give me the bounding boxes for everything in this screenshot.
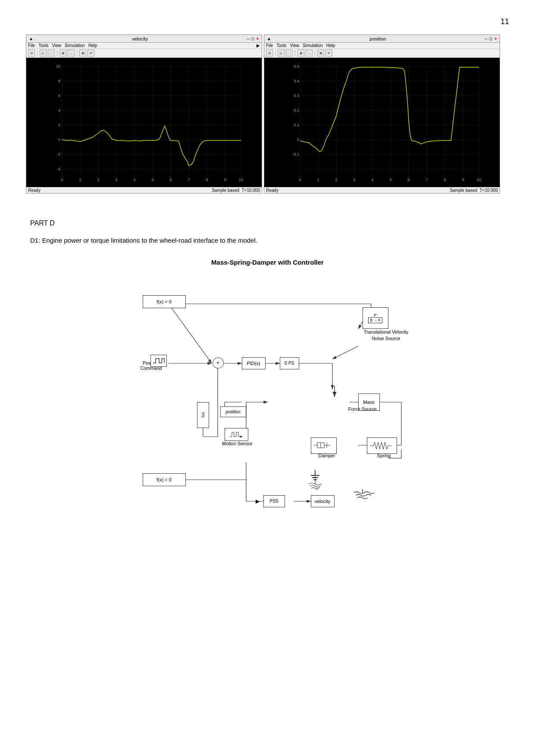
svg-text:7: 7 xyxy=(188,178,190,182)
position-menubar: File Tools View Simulation Help xyxy=(264,43,500,49)
fx0-top-block: f(x) = 0 xyxy=(143,295,186,308)
ground-icon xyxy=(307,469,324,486)
svg-text:-0.1: -0.1 xyxy=(292,152,299,156)
vel-tb-pen[interactable]: ✏ xyxy=(88,50,94,56)
vel-menu-view[interactable]: View xyxy=(52,43,61,48)
svg-text:6: 6 xyxy=(58,94,60,98)
pos-tb-pen[interactable]: ✏ xyxy=(325,50,332,56)
pos-tb-minus[interactable]: – xyxy=(306,50,313,56)
svg-text:2: 2 xyxy=(97,178,99,182)
svg-text:9: 9 xyxy=(224,178,226,182)
spring-icon xyxy=(369,440,395,452)
vel-tb-sep3 xyxy=(77,50,77,56)
svg-text:0.5: 0.5 xyxy=(294,64,299,69)
bottom-ground-icon xyxy=(350,488,375,499)
svg-text:4: 4 xyxy=(58,108,60,112)
svg-text:0.2: 0.2 xyxy=(294,108,299,112)
main-content: PART D D1: Engine power or torque limita… xyxy=(26,219,509,523)
svg-text:2: 2 xyxy=(335,178,337,182)
svg-text:8: 8 xyxy=(444,178,446,182)
position-toolbar: ⊙ ▷ ⬜ ⊕ – ⊞ ✏ xyxy=(264,49,500,58)
position-chart: 0.5 0.4 0.3 0.2 0.1 0 -0.1 0 1 2 3 4 5 6 xyxy=(264,58,500,187)
svg-text:10: 10 xyxy=(56,64,60,69)
spring-block xyxy=(367,437,397,454)
diagram-title: Mass-Spring-Damper with Controller xyxy=(211,259,324,266)
svg-text:0.4: 0.4 xyxy=(294,79,299,83)
svg-text:0: 0 xyxy=(297,137,299,142)
svg-line-84 xyxy=(332,346,358,359)
ps-block: PS xyxy=(197,402,209,428)
svg-text:5: 5 xyxy=(389,178,391,182)
vel-menu-help[interactable]: Help xyxy=(88,43,97,48)
vel-tb-play[interactable]: ▷ xyxy=(40,50,47,56)
s-ps-block: S PS xyxy=(280,357,299,369)
fx0-bottom-block: f(x) = 0 xyxy=(143,473,186,486)
svg-text:2: 2 xyxy=(58,123,60,127)
pos-tb-gear[interactable]: ⊙ xyxy=(266,50,273,56)
pos-menu-simulation[interactable]: Simulation xyxy=(303,43,323,48)
vel-tb-minus[interactable]: – xyxy=(68,50,75,56)
svg-text:9: 9 xyxy=(462,178,464,182)
pos-tb-zoom[interactable]: ⊕ xyxy=(297,50,304,56)
position-output-block: position xyxy=(220,406,246,417)
vel-tb-grid[interactable]: ⊞ xyxy=(79,50,86,56)
vel-tb-gear[interactable]: ⊙ xyxy=(28,50,35,56)
position-chart-svg: 0.5 0.4 0.3 0.2 0.1 0 -0.1 0 1 2 3 4 5 6 xyxy=(264,58,500,187)
svg-text:0.1: 0.1 xyxy=(294,123,299,127)
motion-sensor-icon xyxy=(228,430,245,439)
vel-menu-simulation[interactable]: Simulation xyxy=(65,43,85,48)
bottom-ground xyxy=(350,488,375,501)
scope-windows-container: ▲ velocity – ◇ ● File Tools View Simulat… xyxy=(26,34,500,194)
pos-tb-stop[interactable]: ⬜ xyxy=(286,50,293,56)
svg-text:1: 1 xyxy=(317,178,319,182)
summing-junction: + xyxy=(213,357,224,369)
part-heading: PART D xyxy=(30,219,505,227)
pos-tb-sep3 xyxy=(315,50,315,56)
velocity-title: velocity xyxy=(132,36,148,41)
diagram-area: f(x) = 0 + PID(s) S PS Position Command xyxy=(117,273,419,523)
pos-menu-file[interactable]: File xyxy=(266,43,273,48)
velocity-controls: – ◇ ● xyxy=(247,36,259,41)
damper-label: Damper xyxy=(315,453,339,458)
svg-text:1: 1 xyxy=(79,178,81,182)
svg-text:4: 4 xyxy=(371,178,373,182)
vel-tb-zoom[interactable]: ⊕ xyxy=(59,50,66,56)
motion-sensor-label: Motion Sensor xyxy=(220,441,255,446)
pos-tb-play[interactable]: ▷ xyxy=(278,50,285,56)
position-controls: – ◇ ● xyxy=(485,36,497,41)
position-title-left: ▲ xyxy=(267,36,271,41)
pos-menu-view[interactable]: View xyxy=(290,43,299,48)
svg-text:0.3: 0.3 xyxy=(294,94,299,98)
position-titlebar: ▲ position – ◇ ● xyxy=(264,35,500,43)
svg-line-77 xyxy=(169,304,212,363)
damper-block xyxy=(311,437,337,454)
part-description: D1: Engine power or torque limitations t… xyxy=(30,236,505,246)
vel-menu-arrow: ▶ xyxy=(257,43,260,48)
svg-text:-4: -4 xyxy=(57,167,60,171)
svg-text:6: 6 xyxy=(169,178,172,182)
vel-tb-sep2 xyxy=(57,50,57,56)
translational-velocity-block: Translational Velocity Noise Source xyxy=(363,329,410,342)
spring-label: Spring xyxy=(371,453,397,458)
velocity-menubar: File Tools View Simulation Help ▶ xyxy=(26,43,262,49)
svg-text:6: 6 xyxy=(407,178,410,182)
velocity-output-block: velocity xyxy=(311,495,335,507)
velocity-chart-svg: 10 8 6 4 2 0 -2 -4 0 1 2 3 4 5 6 xyxy=(26,58,262,187)
motion-sensor-block xyxy=(225,428,248,441)
vel-menu-tools[interactable]: Tools xyxy=(38,43,48,48)
svg-text:0: 0 xyxy=(299,178,301,182)
force-source-label: Force Source xyxy=(345,406,380,412)
damper-icon xyxy=(313,439,335,451)
svg-text:3: 3 xyxy=(115,178,117,182)
p-block: P B→F xyxy=(363,307,388,329)
vel-tb-stop[interactable]: ⬜ xyxy=(48,50,55,56)
svg-text:0: 0 xyxy=(61,178,63,182)
vel-menu-file[interactable]: File xyxy=(28,43,35,48)
pos-menu-tools[interactable]: Tools xyxy=(276,43,286,48)
velocity-title-left: ▲ xyxy=(29,36,33,41)
pos-status-right: Sample based T=10.000 xyxy=(450,188,498,193)
pos-tb-grid[interactable]: ⊞ xyxy=(317,50,324,56)
position-title: position xyxy=(370,36,386,41)
pos-menu-help[interactable]: Help xyxy=(326,43,335,48)
force-source-symbol xyxy=(328,384,341,401)
